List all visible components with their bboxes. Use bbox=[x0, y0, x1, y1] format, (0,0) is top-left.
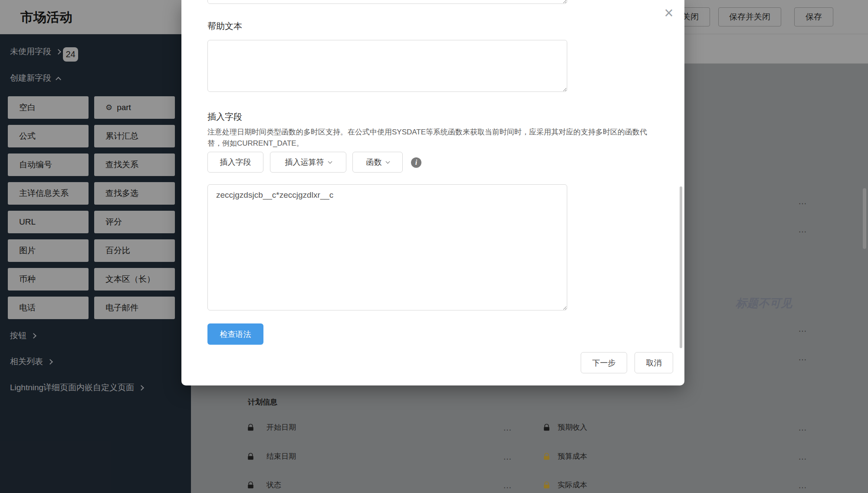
check-syntax-button[interactable]: 检查语法 bbox=[207, 323, 263, 345]
function-dropdown[interactable]: 函数 bbox=[352, 152, 403, 173]
insert-field-button[interactable]: 插入字段 bbox=[207, 152, 263, 173]
chevron-down-icon bbox=[328, 159, 332, 163]
insert-field-heading: 插入字段 bbox=[207, 111, 242, 123]
clipped-top-textarea[interactable] bbox=[207, 0, 567, 4]
formula-field-dialog: 帮助文本 插入字段 注意处理日期时间类型函数的多时区支持。在公式中使用SYSDA… bbox=[181, 0, 684, 385]
chevron-down-icon bbox=[385, 159, 390, 163]
next-button[interactable]: 下一步 bbox=[581, 352, 627, 373]
close-icon[interactable] bbox=[660, 4, 677, 22]
insert-field-button-label: 插入字段 bbox=[220, 157, 251, 167]
modal-scrollbar-thumb[interactable] bbox=[680, 186, 682, 348]
insert-operator-dropdown[interactable]: 插入运算符 bbox=[270, 152, 346, 173]
help-text-input[interactable] bbox=[207, 40, 567, 92]
screen: 市场活动 关闭 保存并关闭 保存 未使用字段 24 创建新字段 空白 ⚙part… bbox=[0, 0, 868, 493]
cancel-button[interactable]: 取消 bbox=[635, 352, 673, 373]
insert-operator-label: 插入运算符 bbox=[285, 157, 324, 167]
timezone-note: 注意处理日期时间类型函数的多时区支持。在公式中使用SYSDATE等系统函数来获取… bbox=[207, 127, 661, 149]
info-icon[interactable] bbox=[411, 157, 421, 168]
help-text-label: 帮助文本 bbox=[207, 20, 242, 32]
function-label: 函数 bbox=[366, 157, 382, 167]
formula-input[interactable]: zeccjgzdsjcb__c*zeccjgzdlxr__c bbox=[207, 184, 567, 310]
